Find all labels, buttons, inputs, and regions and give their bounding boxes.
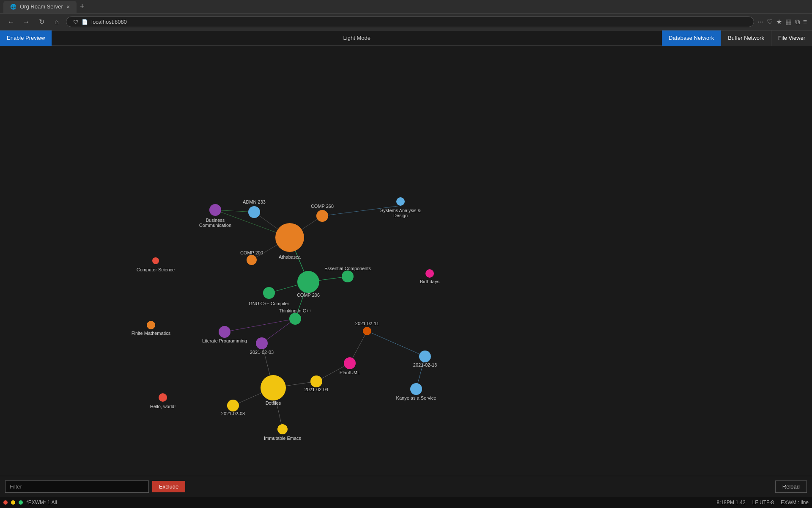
tab-close-button[interactable]: × [66, 3, 70, 10]
svg-text:Systems Analysis &: Systems Analysis & [380, 208, 421, 213]
nav-tabs: Database Network Buffer Network File Vie… [662, 30, 812, 46]
status-dot-green [19, 500, 23, 505]
svg-text:Business: Business [206, 218, 225, 223]
new-tab-button[interactable]: + [80, 2, 85, 11]
tab-database-network[interactable]: Database Network [662, 30, 721, 46]
svg-point-51 [310, 375, 322, 387]
svg-point-45 [363, 327, 371, 335]
home-button[interactable]: ⌂ [51, 16, 63, 28]
svg-text:Immutable Emacs: Immutable Emacs [264, 436, 302, 441]
svg-text:2021-02-13: 2021-02-13 [413, 362, 437, 367]
svg-point-57 [410, 383, 422, 395]
svg-point-47 [344, 357, 356, 369]
svg-text:Hello, world!: Hello, world! [150, 404, 176, 409]
split-icon[interactable]: ⧉ [795, 18, 800, 26]
svg-point-26 [248, 206, 260, 218]
svg-point-22 [297, 271, 319, 293]
toolbar-right: ··· ♡ ★ ▦ ⧉ ≡ [757, 18, 807, 26]
svg-text:PlantUML: PlantUML [340, 370, 360, 375]
sidebar-icon[interactable]: ▦ [785, 18, 792, 26]
svg-line-8 [262, 319, 295, 343]
svg-point-59 [152, 257, 159, 264]
svg-text:Essential Components: Essential Components [324, 266, 371, 271]
tab-file-viewer[interactable]: File Viewer [771, 30, 812, 46]
svg-text:ADMN 233: ADMN 233 [243, 199, 266, 204]
back-button[interactable]: ← [5, 16, 17, 28]
svg-text:Design: Design [393, 213, 408, 218]
status-dot-yellow [11, 500, 15, 505]
svg-point-68 [425, 269, 434, 278]
svg-point-49 [419, 351, 431, 362]
svg-text:Communication: Communication [199, 223, 231, 228]
browser-titlebar: 🌐 Org Roam Server × + [0, 0, 812, 14]
status-time: 8:18PM 1.42 [717, 500, 746, 505]
exclude-button[interactable]: Exclude [152, 481, 185, 492]
status-encoding: LF UTF-8 [752, 500, 774, 505]
svg-point-24 [261, 375, 286, 400]
svg-text:GNU C++ Compiler: GNU C++ Compiler [249, 301, 289, 306]
svg-text:Thinking in C++: Thinking in C++ [279, 308, 311, 313]
status-right: 8:18PM 1.42 LF UTF-8 EXWM : line [717, 500, 809, 505]
status-mode: EXWM : line [781, 500, 809, 505]
svg-point-65 [396, 197, 405, 206]
svg-line-12 [367, 331, 425, 356]
svg-point-41 [219, 326, 230, 338]
svg-line-19 [322, 206, 401, 216]
tab-buffer-network[interactable]: Buffer Network [721, 30, 771, 46]
svg-text:COMP 200: COMP 200 [240, 250, 263, 255]
tab-favicon: 🌐 [10, 4, 16, 10]
svg-text:COMP 268: COMP 268 [311, 204, 334, 209]
svg-point-37 [263, 287, 275, 299]
svg-text:2021-02-04: 2021-02-04 [304, 387, 328, 392]
svg-point-43 [256, 337, 268, 349]
svg-line-9 [225, 319, 295, 332]
tab-title: Org Roam Server [20, 3, 63, 10]
svg-text:2021-02-03: 2021-02-03 [250, 350, 274, 355]
network-canvas[interactable]: Athabasca COMP 206 Dotfiles ADMN 233 COM… [0, 46, 812, 476]
svg-point-53 [227, 400, 239, 411]
refresh-button[interactable]: ↻ [36, 16, 47, 28]
svg-text:COMP 206: COMP 206 [297, 293, 320, 298]
security-icon: 🛡 [73, 19, 78, 25]
enable-preview-button[interactable]: Enable Preview [0, 30, 52, 46]
svg-text:2021-02-11: 2021-02-11 [355, 321, 379, 326]
more-icon[interactable]: ··· [757, 18, 763, 26]
svg-point-39 [289, 313, 301, 325]
svg-text:Finite Mathematics: Finite Mathematics [132, 331, 171, 336]
menu-icon[interactable]: ≡ [803, 18, 807, 26]
light-mode-label: Light Mode [52, 35, 662, 41]
svg-point-28 [316, 210, 328, 222]
browser-toolbar: ← → ↻ ⌂ 🛡 📄 localhost:8080 ··· ♡ ★ ▦ ⧉ ≡ [0, 14, 812, 30]
status-bar: *EXWM* 1 All 8:18PM 1.42 LF UTF-8 EXWM :… [0, 497, 812, 508]
svg-point-33 [247, 255, 257, 265]
svg-text:Dotfiles: Dotfiles [266, 400, 281, 406]
filter-bar: Exclude Reload [0, 476, 812, 497]
svg-point-20 [275, 223, 304, 252]
svg-text:Computer Science: Computer Science [137, 267, 175, 272]
network-graph: Athabasca COMP 206 Dotfiles ADMN 233 COM… [0, 46, 812, 476]
workspace-indicator: *EXWM* 1 All [26, 500, 57, 505]
svg-point-30 [209, 204, 221, 216]
bookmark-icon[interactable]: ♡ [767, 18, 773, 26]
svg-text:2021-02-08: 2021-02-08 [221, 411, 245, 416]
browser-tab[interactable]: 🌐 Org Roam Server × [3, 1, 77, 13]
url-display: localhost:8080 [91, 19, 127, 25]
svg-text:Literate Programming: Literate Programming [202, 338, 247, 343]
svg-point-35 [342, 271, 354, 282]
filter-input[interactable] [5, 480, 149, 493]
forward-button[interactable]: → [20, 16, 32, 28]
status-dot-red [3, 500, 8, 505]
svg-text:Birthdays: Birthdays [420, 279, 439, 284]
reload-button[interactable]: Reload [775, 480, 807, 493]
svg-point-61 [147, 321, 155, 329]
address-bar[interactable]: 🛡 📄 localhost:8080 [66, 17, 754, 27]
star-icon[interactable]: ★ [776, 18, 782, 26]
svg-point-55 [277, 424, 288, 434]
app-bar: Enable Preview Light Mode Database Netwo… [0, 30, 812, 46]
svg-text:Kanye as a Service: Kanye as a Service [396, 395, 436, 400]
page-icon: 📄 [82, 19, 88, 25]
svg-point-63 [159, 393, 167, 402]
